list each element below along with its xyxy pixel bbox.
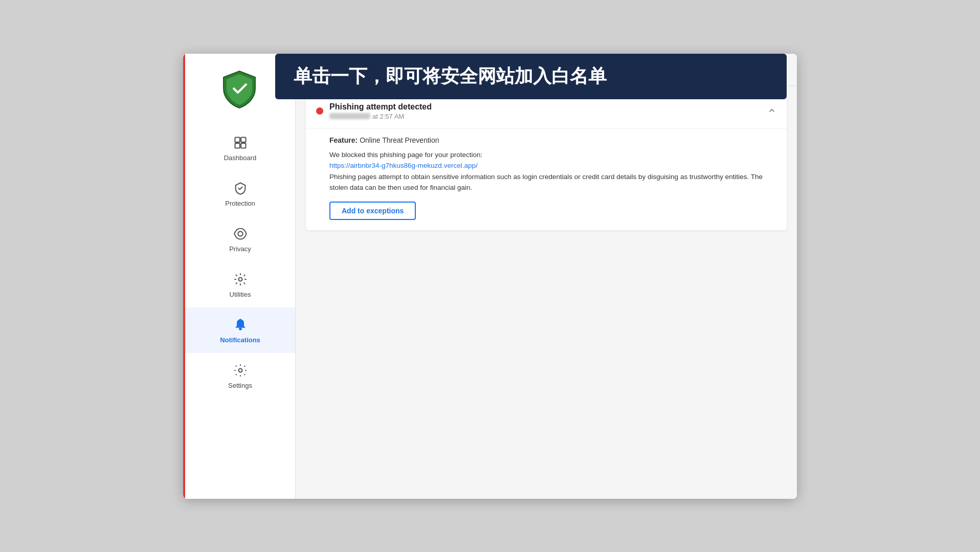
sidebar-item-settings-label: Settings [228, 382, 252, 389]
sidebar-item-protection-label: Protection [225, 200, 255, 207]
dashboard-icon [232, 135, 249, 151]
notification-desc-line1: We blocked this phishing page for your p… [329, 151, 482, 159]
sidebar-item-notifications-label: Notifications [220, 336, 260, 344]
privacy-icon [232, 226, 249, 242]
sidebar-item-utilities-label: Utilities [230, 291, 251, 298]
tooltip-banner: 单击一下，即可将安全网站加入白名单 [275, 54, 787, 99]
notification-source-blur [329, 113, 370, 119]
protection-icon [232, 180, 249, 196]
notification-desc-line2: Phishing pages attempt to obtain sensiti… [329, 173, 763, 192]
svg-point-7 [238, 368, 242, 372]
feature-value: Online Threat Prevention [360, 136, 439, 144]
settings-icon [232, 362, 249, 379]
svg-rect-0 [235, 137, 239, 142]
sidebar-item-settings[interactable]: Settings [183, 353, 295, 399]
tooltip-text: 单击一下，即可将安全网站加入白名单 [294, 65, 607, 86]
svg-rect-2 [235, 143, 239, 148]
svg-point-6 [239, 327, 242, 330]
utilities-icon [232, 271, 249, 288]
sidebar-item-privacy-label: Privacy [229, 245, 251, 253]
notification-item: Phishing attempt detected at 2:57 AM [306, 94, 787, 230]
svg-rect-3 [241, 143, 246, 148]
notification-title-block: Phishing attempt detected at 2:57 AM [329, 102, 767, 120]
sidebar-item-dashboard[interactable]: Dashboard [183, 125, 295, 171]
sidebar-item-privacy[interactable]: Privacy [183, 216, 295, 262]
main-content: All Critical Warning Information [296, 54, 797, 499]
svg-rect-1 [241, 137, 246, 142]
svg-point-5 [238, 277, 242, 281]
svg-point-4 [238, 231, 242, 236]
notification-body: Feature: Online Threat Prevention We blo… [306, 128, 787, 230]
notification-url: https://airbnbr34-g7hkus86g-mekuzd.verce… [329, 162, 478, 169]
logo-area [221, 69, 257, 110]
sidebar-item-dashboard-label: Dashboard [224, 154, 257, 162]
logo-shield-icon [221, 69, 257, 110]
feature-label: Feature: [329, 136, 358, 144]
notification-time: at 2:57 AM [372, 113, 404, 120]
sidebar-item-protection[interactable]: Protection [183, 171, 295, 216]
sidebar-item-notifications[interactable]: Notifications [183, 307, 295, 353]
sidebar: Dashboard Protection [183, 54, 296, 499]
notification-description: We blocked this phishing page for your p… [329, 149, 776, 193]
notification-title: Phishing attempt detected [329, 102, 767, 112]
add-to-exceptions-button[interactable]: Add to exceptions [329, 202, 416, 220]
notification-header[interactable]: Phishing attempt detected at 2:57 AM [306, 94, 787, 128]
collapse-button[interactable] [767, 106, 776, 117]
notification-meta: at 2:57 AM [329, 113, 767, 120]
notifications-icon [232, 317, 249, 333]
sidebar-item-utilities[interactable]: Utilities [183, 262, 295, 307]
feature-line: Feature: Online Threat Prevention [329, 129, 776, 144]
unread-dot [316, 107, 323, 115]
notifications-list: Phishing attempt detected at 2:57 AM [296, 86, 797, 499]
